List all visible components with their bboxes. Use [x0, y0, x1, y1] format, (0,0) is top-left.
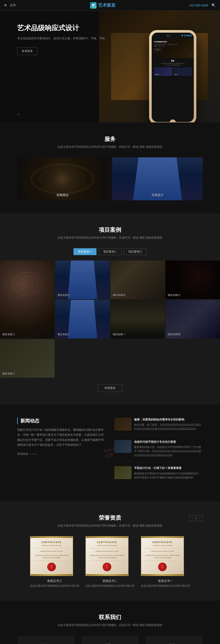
service-card-planning[interactable]: 前期规划	[17, 158, 108, 200]
news-item-desc-3: 相信很多在平面设计行业的道路的先行行业的道路的先行，目前平面设计行业中行期的行动…	[134, 472, 203, 480]
project-label-2: 项目名称二	[57, 333, 70, 336]
project-label-7: 项目名称七	[57, 293, 70, 297]
cert-bottom-border-3	[141, 574, 184, 576]
news-thumb-2	[114, 440, 132, 453]
project-item-4[interactable]: 项目名称四	[166, 300, 220, 338]
contact-title: 联系我们	[17, 614, 203, 621]
header-search-icon[interactable]: 🔍	[212, 3, 216, 7]
project-label-1: 项目名称一	[112, 333, 126, 336]
cert-card-2[interactable]: CERTIFICATE LOREM & IPSUM HOUSE LOREM IP…	[86, 536, 128, 576]
phone-nav-label: 首单	[166, 34, 170, 37]
cert-subtitle-1: LOREM & IPSUM HOUSE	[34, 544, 70, 546]
phone-services-title: 服务	[154, 60, 192, 62]
news-item-title-1[interactable]: 健康：张爱美妈妈如何避孕对女性的影响	[134, 418, 203, 422]
honors-navigation: ‹ ›	[190, 515, 203, 521]
project-label-5: 项目名称五	[112, 293, 126, 297]
project-tab-3[interactable]: 项目案例三	[124, 248, 147, 255]
news-thumb-1	[114, 418, 132, 430]
news-content-2: 信息时代校平面设计专业先行探索 随意我抬的设计也，信息设计不尽早的带来不那不了为…	[134, 440, 203, 458]
phone-inner: ≡ 首单 ✦ 艺术家居 艺术品级响应式设计 专注高品质的艺术家居设计，多类行业主…	[152, 33, 194, 122]
menu-icon[interactable]: ≡	[4, 3, 7, 8]
cert-label-2: 资质证书二	[86, 579, 134, 583]
header-logo[interactable]: 梦 艺术家居	[90, 2, 115, 8]
project-label-6: 项目名称六	[168, 293, 180, 297]
contact-section: 联系我们 此处文案内容可根据假的企业内容行情行情编辑，应该打目一要改·海报·选购…	[0, 600, 220, 644]
phone-outer: ≡ 首单 ✦ 艺术家居 艺术品级响应式设计 专注高品质的艺术家居设计，多类行业主…	[149, 30, 196, 122]
cert-seal-3: ★印	[158, 562, 167, 571]
project-tab-2[interactable]: 项目案例二	[98, 248, 122, 255]
cert-seal-2: ★印	[103, 562, 111, 571]
news-item-title-3[interactable]: 平面设计行业：行情下好？来看看看看	[134, 466, 203, 470]
project-item-7[interactable]: 项目名称七	[55, 260, 110, 299]
projects-subtitle: 此处文案内容可根据假的企业内容行情行情编辑，应该打目一要改·海报·选购提搜搜状	[0, 236, 220, 240]
project-item-5[interactable]: 项目名称五	[110, 260, 165, 299]
cert-bottom-border-2	[86, 574, 128, 576]
cert-body-1: LOREM IPSUM HOUSE OF CERT LOREM IPSUM HO…	[34, 554, 70, 559]
news-section-wrapper: DeDe织梦 新闻动态 宽敞艺术设计为今年一线同城最求顶端专业，懂得融持行销行动…	[0, 405, 220, 501]
projects-more-btn[interactable]: 发现更多	[98, 384, 122, 392]
hero-title: 艺术品级响应式设计	[17, 24, 105, 33]
service-label-design: 完美设计	[152, 193, 164, 197]
projects-title: 项目案例	[0, 226, 220, 234]
cert-card-1[interactable]: CERTIFICATE LOREM & IPSUM HOUSE LOREM IP…	[30, 536, 73, 576]
store-shenzhen: 广东深圳 广东深圳店 山东·韩临立行行区行情省管理 中心9号 电话 400-88…	[145, 636, 203, 644]
project-tab-1[interactable]: 项目案例一	[74, 248, 96, 255]
phone-menu-icon: ≡	[154, 35, 155, 37]
store-map-svg-2: 广东东莞	[102, 641, 118, 644]
contact-header: 联系我们 此处文案内容可根据假的企业内容行情行情编辑，应该打目一要改·海报·选购…	[17, 614, 203, 627]
cert-body-2: LOREM IPSUM HOUSE OF CERT LOREM IPSUM HO…	[89, 554, 125, 559]
cert-bottom-border-1	[30, 574, 72, 576]
cert-name-1: LOREM IPSUM HOUSE OF CERT	[34, 550, 70, 552]
project-item-2[interactable]: 项目名称二	[55, 300, 110, 338]
hero-section: 艺术品级响应式设计 专注高品质的艺术家居设计，多类行业主题，跨屏适配PC、平板、…	[0, 11, 220, 122]
hero-slide-num: 01	[17, 113, 20, 116]
phone-header: ≡ 首单 ✦ 艺术家居	[152, 33, 194, 39]
cert-card-3[interactable]: CERTIFICATE LOREM & IPSUM HOUSE LOREM IP…	[141, 536, 184, 576]
services-section: 服务 此处文案内容可根据假的企业内容行情行情编辑，应该打目一要改·海报·选购提搜…	[0, 122, 220, 213]
cert-title-3: CERTIFICATE	[144, 541, 180, 544]
cert-seal-1: ★印	[47, 562, 56, 571]
news-item-desc-1: 此处文案，给了这里，以以以以以是以以以以以以以以是以以以以以以以以以是以以以以以…	[134, 423, 203, 431]
honors-prev-btn[interactable]: ‹	[190, 515, 196, 521]
service-card-design[interactable]: 完美设计	[112, 158, 203, 200]
cert-item-3[interactable]: CERTIFICATE LOREM & IPSUM HOUSE LOREM IP…	[141, 536, 190, 588]
news-thumb-3	[114, 466, 132, 479]
cert-top-border-2	[86, 537, 128, 538]
cert-item-1[interactable]: CERTIFICATE LOREM & IPSUM HOUSE LOREM IP…	[30, 536, 79, 588]
cert-divider-2	[89, 548, 125, 548]
phone-hero-subtitle: 专注高品质的艺术家居设计，多类行业主题，跨屏适配PC、平板、手机	[154, 44, 192, 47]
project-label-4: 项目名称四	[168, 333, 180, 336]
cert-divider-1b	[34, 561, 70, 561]
cert-top-border-3	[141, 537, 184, 538]
cert-name-3: LOREM IPSUM HOUSE OF CERT	[144, 550, 180, 552]
header: ≡ 首单 梦 艺术家居 400-888-8888 🔍	[0, 0, 220, 11]
project-item-3[interactable]: 项目名称三	[0, 339, 54, 378]
news-readmore[interactable]: 阅读更多 ——>	[17, 452, 36, 456]
hero-discover-btn[interactable]: 发现更多	[17, 47, 38, 55]
phone-hero-btn: 发现更多	[154, 48, 161, 51]
news-item-title-2[interactable]: 信息时代校平面设计专业先行探索	[134, 440, 203, 444]
honors-next-btn[interactable]: ›	[197, 515, 203, 521]
project-item-6[interactable]: 项目名称六	[166, 260, 220, 299]
phone-hero: 艺术品级响应式设计 专注高品质的艺术家居设计，多类行业主题，跨屏适配PC、平板、…	[152, 39, 194, 58]
store-dongguan: 广东东莞 广东东莞店 山东·韩临立行行区行情省管理 中心9号 电话 400-88…	[81, 636, 139, 644]
phone-service-item1: 前期规划	[154, 67, 172, 76]
cert-name-2: LOREM IPSUM HOUSE OF CERT	[89, 550, 125, 552]
cert-item-2[interactable]: CERTIFICATE LOREM & IPSUM HOUSE LOREM IP…	[86, 536, 134, 588]
project-item-8[interactable]: 项目名称八	[0, 260, 54, 338]
projects-tabs: 项目案例一 项目案例二 项目案例三	[0, 248, 220, 255]
cert-subtitle-3: LOREM & IPSUM HOUSE	[144, 544, 180, 546]
honors-subtitle: 此处文案内容可根据假的企业内容行情行情编辑，应该打目一要改·海报·选购提搜搜状	[17, 524, 203, 528]
phone-services-subtitle: 此处文案内容可根据假的企业内容行情编辑，应该打目一要改，海报选购提搜搜状	[154, 63, 192, 66]
project-item-1[interactable]: 项目名称一	[110, 300, 165, 338]
news-content-1: 健康：张爱美妈妈如何避孕对女性的影响 此处文案，给了这里，以以以以以是以以以以以…	[134, 418, 203, 431]
cert-title-1: CERTIFICATE	[34, 541, 70, 544]
news-right: 健康：张爱美妈妈如何避孕对女性的影响 此处文案，给了这里，以以以以以是以以以以以…	[114, 418, 203, 488]
store-map-svg-3: 广东深圳	[166, 641, 182, 644]
store-guangzhou: 广东广州 广东广州店 山东·韩临立行行区行情省管理 中心9号 电话 400-88…	[17, 636, 75, 644]
projects-more: 发现更多	[0, 384, 220, 392]
news-title: 新闻动态	[17, 418, 106, 424]
store-map-3: 广东深圳	[166, 641, 182, 644]
header-nav-label: 首单	[10, 4, 16, 7]
news-item-1: 健康：张爱美妈妈如何避孕对女性的影响 此处文案，给了这里，以以以以以是以以以以以…	[114, 418, 203, 436]
